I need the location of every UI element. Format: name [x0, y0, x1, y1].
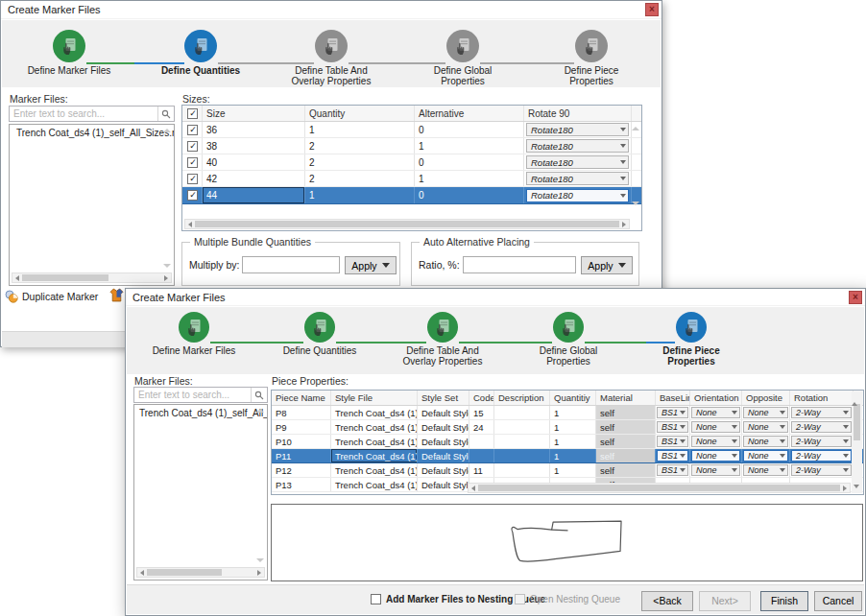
cell-piece-name[interactable]: P12	[272, 463, 331, 477]
marker-files-search[interactable]	[9, 106, 175, 122]
window-titlebar[interactable]: Create Marker Files	[126, 289, 865, 306]
orientation-dropdown[interactable]: None	[691, 421, 740, 433]
finish-button[interactable]: Finish	[760, 591, 808, 611]
add-queue-checkbox[interactable]	[371, 594, 381, 604]
cell-check[interactable]	[182, 187, 203, 203]
cell-rotation[interactable]: 2-Way	[790, 435, 854, 448]
cell-style-file[interactable]: Trench Coat_ds4 (1).PDS	[331, 406, 418, 419]
cell-baseline[interactable]: BS1	[656, 406, 690, 419]
cell-quantity[interactable]: 2	[305, 138, 415, 154]
opposite-dropdown[interactable]: None	[743, 421, 788, 433]
cell-check[interactable]	[182, 154, 203, 170]
cell-quantity[interactable]: 1	[550, 420, 596, 434]
cell-description[interactable]	[494, 420, 550, 434]
piece-horizontal-scrollbar[interactable]	[468, 483, 851, 493]
scrollbar-thumb[interactable]	[22, 274, 108, 281]
cell-rotate[interactable]: Rotate180	[524, 154, 632, 170]
cell-baseline[interactable]: BS1	[656, 420, 690, 434]
wizard-step-define-marker-files[interactable]: Define Marker Files	[141, 312, 247, 356]
cell-style-set[interactable]: Default Style Set	[418, 435, 469, 448]
baseline-dropdown[interactable]: BS1	[657, 407, 688, 418]
piece-row-selected[interactable]: P11 Trench Coat_ds4 (1).PDS Default Styl…	[272, 449, 863, 463]
wizard-step-define-piece[interactable]: Define Piece Properties	[638, 312, 744, 367]
scroll-down-icon[interactable]	[163, 264, 171, 268]
header-style-file[interactable]: Style File	[331, 391, 418, 405]
scroll-down-icon[interactable]	[854, 485, 859, 488]
rotation-dropdown[interactable]: 2-Way	[791, 436, 852, 447]
cell-description[interactable]	[494, 406, 550, 419]
header-style-set[interactable]: Style Set	[418, 391, 469, 405]
orientation-dropdown[interactable]: None	[691, 450, 740, 462]
marker-files-tree[interactable]: Trench Coat_ds4 (1)_self_All_Sizes	[133, 404, 268, 580]
scroll-right-icon[interactable]	[622, 222, 626, 227]
cell-piece-name[interactable]: P13	[272, 478, 331, 491]
size-row-selected[interactable]: 44 1 0 Rotate180	[182, 187, 641, 204]
opposite-dropdown[interactable]: None	[743, 407, 788, 418]
cell-quantity[interactable]: 1	[550, 406, 596, 419]
cell-size[interactable]: 44	[203, 187, 305, 203]
rotation-dropdown[interactable]: 2-Way	[791, 464, 852, 476]
cell-piece-name[interactable]: P8	[272, 406, 331, 419]
scroll-down-icon[interactable]	[632, 201, 639, 205]
wizard-step-define-quantities[interactable]: Define Quantities	[148, 30, 253, 76]
cell-rotation[interactable]: 2-Way	[790, 406, 854, 419]
tree-horizontal-scrollbar[interactable]	[136, 567, 265, 578]
rotate-dropdown[interactable]: Rotate180	[526, 139, 629, 153]
cell-code[interactable]: 24	[469, 420, 494, 434]
cancel-button[interactable]: Cancel	[814, 591, 862, 611]
size-row[interactable]: 36 1 0 Rotate180	[182, 122, 641, 138]
size-row[interactable]: 42 2 1 Rotate180	[182, 171, 641, 187]
sizes-horizontal-scrollbar[interactable]	[184, 219, 630, 229]
cell-size[interactable]: 42	[203, 171, 305, 186]
rotation-dropdown[interactable]: 2-Way	[791, 407, 852, 418]
cell-alternative[interactable]: 0	[415, 187, 524, 203]
cell-orientation[interactable]: None	[690, 435, 742, 448]
cell-rotation[interactable]: 2-Way	[790, 420, 854, 434]
opposite-dropdown[interactable]: None	[743, 450, 788, 462]
cell-style-file[interactable]: Trench Coat_ds4 (1).PDS	[331, 478, 418, 491]
baseline-dropdown[interactable]: BS1	[657, 421, 688, 433]
header-piece-name[interactable]: Piece Name	[272, 391, 331, 405]
header-quantity[interactable]: Quantitiy	[550, 391, 596, 405]
cell-quantity[interactable]: 1	[550, 449, 596, 462]
wizard-step-define-global[interactable]: Define Global Properties	[410, 30, 516, 86]
piece-row[interactable]: P10 Trench Coat_ds4 (1).PDS Default Styl…	[272, 435, 863, 449]
scroll-down-icon[interactable]	[256, 558, 264, 562]
orientation-dropdown[interactable]: None	[691, 436, 740, 447]
scroll-right-icon[interactable]	[164, 275, 168, 281]
rotate-dropdown[interactable]: Rotate180	[526, 189, 629, 202]
cell-orientation[interactable]: None	[690, 463, 742, 477]
cell-alternative[interactable]: 0	[415, 154, 524, 170]
cell-rotation[interactable]: 2-Way	[790, 463, 854, 477]
search-icon[interactable]	[251, 388, 267, 402]
piece-row[interactable]: P8 Trench Coat_ds4 (1).PDS Default Style…	[272, 406, 863, 420]
cell-baseline[interactable]: BS1	[656, 435, 690, 448]
cell-piece-name[interactable]: P9	[272, 420, 331, 434]
scrollbar-thumb[interactable]	[478, 485, 840, 491]
cell-rotate[interactable]: Rotate180	[524, 138, 632, 154]
cell-style-set[interactable]: Default Style Set	[418, 449, 469, 462]
row-checkbox[interactable]	[187, 141, 198, 152]
scroll-left-icon[interactable]	[15, 275, 19, 281]
cell-style-file[interactable]: Trench Coat_ds4 (1).PDS	[331, 435, 418, 448]
auto-alt-apply-button[interactable]: Apply	[581, 256, 633, 274]
header-baseline[interactable]: BaseLine	[656, 391, 690, 405]
header-alternative[interactable]: Alternative	[415, 106, 524, 121]
scroll-left-icon[interactable]	[471, 486, 475, 491]
cell-opposite[interactable]: None	[742, 406, 790, 419]
wizard-step-define-table-overlay[interactable]: Define Table And Overlay Properties	[390, 312, 495, 367]
scroll-up-icon[interactable]	[852, 391, 857, 406]
cell-quantity[interactable]: 1	[550, 435, 596, 448]
multiply-by-input[interactable]	[242, 256, 340, 273]
cell-orientation[interactable]: None	[690, 406, 742, 419]
cell-style-set[interactable]: Default Style Set	[418, 478, 469, 491]
header-size[interactable]: Size	[203, 106, 305, 121]
piece-row[interactable]: P12 Trench Coat_ds4 (1).PDS Default Styl…	[272, 463, 863, 478]
wizard-step-define-marker-files[interactable]: Define Marker Files	[16, 30, 122, 76]
rotate-dropdown[interactable]: Rotate180	[526, 155, 629, 169]
cell-piece-name[interactable]: P10	[272, 435, 331, 448]
header-description[interactable]: Description	[494, 391, 550, 405]
scrollbar-thumb[interactable]	[147, 569, 222, 576]
size-row[interactable]: 38 2 1 Rotate180	[182, 138, 641, 154]
header-code[interactable]: Code	[469, 391, 494, 405]
